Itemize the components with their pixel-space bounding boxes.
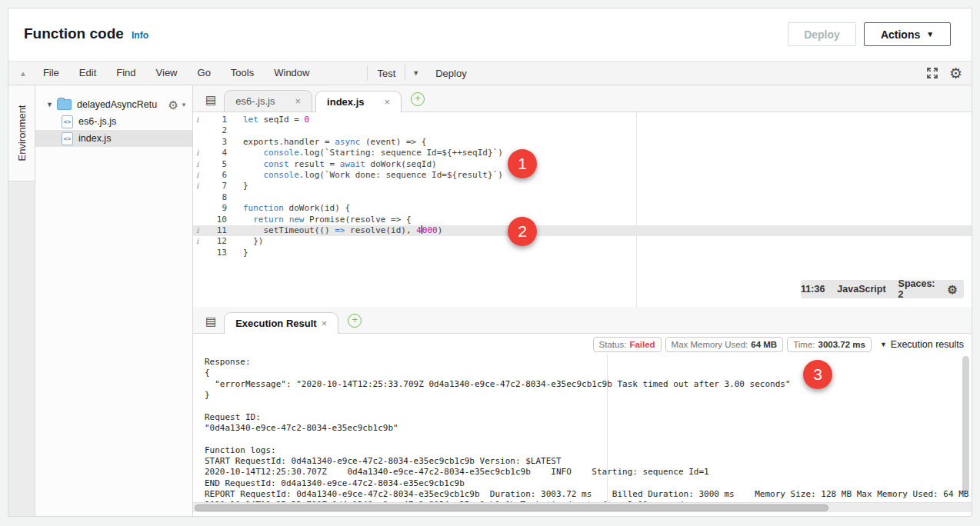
test-dropdown-icon[interactable]: ▼	[405, 69, 426, 77]
collapse-pane-icon[interactable]: ▲	[19, 69, 27, 78]
code-text: const result = await doWork(seqId)	[234, 159, 437, 170]
horizontal-scrollbar-thumb[interactable]	[195, 504, 828, 511]
info-annotation-icon: i	[193, 225, 206, 236]
code-text: console.log(`Starting: sequence Id=${++s…	[234, 148, 503, 158]
output-line: 2020-10-14T12:25:33.709Z 0d4a1340-e9ce-4…	[205, 500, 968, 502]
menu-item-find[interactable]: Find	[106, 67, 145, 78]
language-mode[interactable]: JavaScript	[837, 284, 885, 295]
code-token: let	[243, 115, 258, 125]
code-token: return	[253, 215, 284, 225]
tree-folder-row[interactable]: ▼ delayedAsyncReturn ⚙ ▼	[35, 96, 192, 113]
code-line-10: 10 return new Promise(resolve => {	[193, 215, 972, 225]
folder-expand-caret-icon[interactable]: ▼	[46, 101, 57, 108]
code-text: }	[234, 181, 248, 191]
tab-index.js[interactable]: index.js×	[315, 91, 402, 112]
line-number: 2	[206, 125, 234, 136]
new-tab-icon[interactable]: +	[348, 314, 362, 328]
tree-file-es6-.js.js[interactable]: <>es6-.js.js	[35, 113, 192, 130]
environment-tab[interactable]: Environment	[8, 85, 35, 181]
deploy-button[interactable]: Deploy	[788, 22, 856, 46]
code-lines: i1let seqId = 023exports.handler = async…	[193, 115, 972, 258]
horizontal-scrollbar[interactable]	[193, 502, 972, 512]
output-line: REPORT RequestId: 0d4a1340-e9ce-47c2-803…	[205, 489, 968, 500]
menu-item-deploy[interactable]: Deploy	[426, 68, 475, 79]
code-token: )	[498, 170, 503, 180]
code-line-4: i4 console.log(`Starting: sequence Id=${…	[193, 148, 972, 158]
menu-item-window[interactable]: Window	[264, 67, 319, 78]
line-number: 10	[206, 215, 234, 225]
tab-label: es6-.js.js	[235, 95, 275, 107]
code-line-5: i5 const result = await doWork(seqId)	[193, 159, 972, 170]
code-token	[243, 170, 264, 180]
editor-tabs: es6-.js.js×index.js×	[224, 90, 405, 112]
execution-results-toggle[interactable]: ▼ Execution results	[880, 339, 964, 350]
info-link[interactable]: Info	[132, 30, 148, 41]
tab-execution-result[interactable]: Execution Result ×	[224, 312, 338, 334]
badge-label: Status:	[599, 340, 627, 349]
badge-value: 3003.72 ms	[818, 340, 865, 349]
js-file-icon: <>	[62, 132, 73, 145]
code-token: `Starting: sequence Id=${++seqId}`	[325, 148, 498, 158]
card-header: Function code Info Deploy Actions ▼	[8, 8, 972, 61]
tree-settings-caret-icon[interactable]: ▼	[181, 102, 187, 108]
code-token: doWork(id) {	[284, 203, 350, 213]
results-tabstrip: ▤ Execution Result × +	[193, 307, 972, 334]
code-token: }	[243, 181, 248, 191]
file-tree-panel: ▼ delayedAsyncReturn ⚙ ▼ <>es6-.js.js<>i…	[35, 85, 193, 516]
tree-settings-gear-icon[interactable]: ⚙	[168, 99, 178, 111]
info-annotation-icon: i	[193, 115, 206, 125]
output-line: START RequestId: 0d4a1340-e9ce-47c2-8034…	[205, 456, 968, 467]
info-annotation-icon	[193, 248, 206, 258]
new-tab-icon[interactable]: +	[411, 92, 425, 106]
badge-value: Failed	[629, 340, 655, 349]
menu-item-file[interactable]: File	[33, 67, 69, 78]
code-text: let seqId = 0	[234, 115, 309, 125]
line-number: 11	[206, 225, 234, 236]
environment-tab-label: Environment	[16, 105, 28, 161]
fullscreen-icon[interactable]	[926, 67, 938, 79]
info-annotation-icon	[193, 215, 206, 225]
tab-es6-.js.js[interactable]: es6-.js.js×	[224, 90, 312, 112]
close-icon[interactable]: ×	[295, 95, 301, 107]
code-line-7: i7}	[193, 181, 972, 191]
code-token: Promise(resolve => {	[305, 215, 412, 225]
code-editor[interactable]: i1let seqId = 023exports.handler = async…	[193, 112, 972, 307]
info-annotation-icon: i	[193, 236, 206, 247]
output-line: }	[205, 390, 968, 401]
editor-statusbar[interactable]: 11:36 JavaScript Spaces: 2 ⚙	[801, 280, 964, 298]
menu-item-tools[interactable]: Tools	[221, 67, 264, 78]
code-line-9: 9function doWork(id) {	[193, 203, 972, 214]
close-icon[interactable]: ×	[322, 318, 328, 329]
actions-button[interactable]: Actions ▼	[864, 22, 951, 46]
code-token	[243, 148, 264, 158]
js-file-icon: <>	[62, 115, 73, 128]
code-token: new	[289, 215, 305, 225]
output-line: "0d4a1340-e9ce-47c2-8034-e35ec9cb1c9b"	[205, 423, 968, 434]
indent-setting[interactable]: Spaces: 2	[898, 278, 935, 300]
annotation-circle-2: 2	[508, 217, 537, 246]
annotation-circle-3: 3	[803, 360, 832, 389]
statusbar-gear-icon[interactable]: ⚙	[948, 284, 958, 295]
menu-item-edit[interactable]: Edit	[69, 67, 106, 78]
menu-item-go[interactable]: Go	[188, 67, 221, 78]
menu-item-view[interactable]: View	[146, 67, 188, 78]
line-number: 13	[206, 248, 234, 258]
line-number: 6	[206, 170, 234, 181]
tree-file-label: es6-.js.js	[78, 116, 116, 127]
folder-name: delayedAsyncReturn	[77, 99, 158, 110]
code-token: 0	[304, 115, 309, 125]
ide-settings-gear-icon[interactable]: ⚙	[949, 66, 962, 81]
tab-list-icon[interactable]: ▤	[205, 315, 216, 327]
menu-item-test[interactable]: Test	[368, 68, 405, 79]
code-token: exports.handler =	[243, 137, 335, 147]
code-token: (event) => {	[360, 137, 426, 147]
cursor-position[interactable]: 11:36	[801, 284, 825, 295]
tab-list-icon[interactable]: ▤	[205, 94, 216, 105]
output-line	[205, 434, 968, 444]
execution-output-console[interactable]: Response:{ "errorMessage": "2020-10-14T1…	[193, 355, 972, 502]
tree-file-index.js[interactable]: <>index.js	[35, 130, 192, 147]
code-line-6: i6 console.log(`Work done: sequence Id=$…	[193, 170, 972, 181]
execution-status-row: Status:FailedMax Memory Used:64 MBTime:3…	[193, 334, 972, 355]
info-annotation-icon	[193, 125, 206, 136]
close-icon[interactable]: ×	[385, 96, 391, 108]
